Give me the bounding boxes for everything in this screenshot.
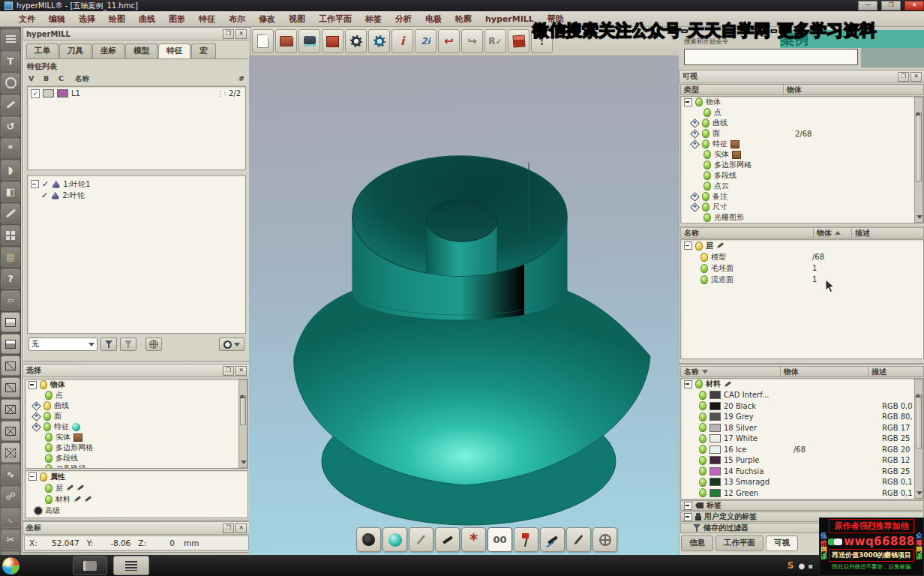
sort-arrow-icon[interactable]: [835, 231, 841, 235]
tab-macros[interactable]: 宏: [191, 44, 216, 58]
layer-root-row[interactable]: 层: [681, 240, 923, 251]
tree-row-objects[interactable]: 物体: [26, 380, 248, 390]
menu-tags[interactable]: 标签: [358, 12, 388, 26]
view-cube-wire-icon[interactable]: [1, 421, 20, 441]
float-panel-icon[interactable]: ❐: [223, 524, 234, 533]
new-document-icon[interactable]: [252, 29, 274, 53]
z-value[interactable]: 0: [149, 538, 175, 548]
feature-checkbox[interactable]: [31, 89, 40, 98]
tab-models[interactable]: 模型: [125, 44, 158, 58]
toggle-diamond-icon[interactable]: [32, 422, 41, 432]
menu-electrode[interactable]: 电极: [418, 12, 448, 26]
tab-info[interactable]: 信息: [681, 536, 713, 551]
toggle-diamond-icon[interactable]: [690, 202, 700, 212]
layer-row[interactable]: 模型/68: [681, 251, 923, 262]
vis-row[interactable]: 物体: [681, 97, 923, 107]
material-row[interactable]: 16 Ice/68RGB 20: [681, 444, 923, 455]
zero-zero-button[interactable]: 00: [488, 527, 512, 552]
col-object[interactable]: 物体: [817, 228, 832, 238]
menu-profile[interactable]: 轮廓: [448, 12, 478, 26]
tab-workplane[interactable]: 工作平面: [716, 536, 764, 551]
col-type[interactable]: 类型: [681, 85, 780, 95]
ink-brush-icon[interactable]: [435, 527, 460, 552]
tab-features[interactable]: 特征: [158, 44, 190, 58]
flag-icon[interactable]: [514, 527, 538, 552]
undo-arrow-icon[interactable]: ↺: [1, 116, 20, 136]
scrollbar[interactable]: [914, 97, 923, 223]
tree-row-attributes[interactable]: 属性: [26, 471, 248, 482]
open-file-icon[interactable]: [275, 29, 297, 53]
view-cube-front-icon[interactable]: [1, 356, 20, 376]
restore-button[interactable]: ❐: [881, 1, 901, 10]
tree-row[interactable]: 实体: [26, 432, 248, 442]
windows-start-button[interactable]: [2, 556, 20, 575]
tray-dot-icon[interactable]: ●: [798, 562, 805, 570]
float-panel-icon[interactable]: ❐: [898, 72, 909, 82]
redo-icon[interactable]: ↪: [461, 29, 483, 53]
point-star-icon[interactable]: *: [461, 527, 486, 552]
menu-modify[interactable]: 修改: [252, 12, 282, 26]
import-icon[interactable]: [322, 29, 344, 53]
float-panel-icon[interactable]: ❐: [223, 366, 234, 376]
expander-icon[interactable]: [31, 180, 39, 188]
vis-row[interactable]: 多边形网格: [681, 160, 923, 170]
col-desc[interactable]: 描述: [872, 367, 886, 377]
scrollbar[interactable]: [238, 380, 248, 468]
sketch-pencil-icon[interactable]: [409, 527, 434, 552]
vis-row[interactable]: 光栅图形: [681, 212, 923, 223]
toggle-diamond-icon[interactable]: [32, 412, 41, 422]
tree-row[interactable]: 多边形网格: [26, 442, 248, 453]
save-icon[interactable]: [298, 29, 320, 53]
vis-row[interactable]: 多段线: [681, 170, 923, 181]
menu-feature[interactable]: 特征: [192, 12, 222, 26]
vis-row[interactable]: 特征: [681, 139, 923, 149]
layer-row[interactable]: 毛坯面1: [681, 262, 923, 274]
close-panel-icon[interactable]: ✕: [236, 29, 247, 39]
x-value[interactable]: 52.047: [40, 538, 80, 548]
col-c[interactable]: C: [58, 74, 75, 84]
col-desc[interactable]: 描述: [855, 228, 870, 238]
col-object[interactable]: 物体: [784, 367, 799, 377]
machine-gear-icon[interactable]: [368, 29, 390, 53]
tree-row[interactable]: 曲线: [26, 400, 248, 411]
taskbar-active-app-button[interactable]: [113, 556, 149, 575]
menu-analysis[interactable]: 分析: [388, 12, 418, 26]
info-2i-icon[interactable]: 2i: [415, 29, 436, 53]
tree-row-advanced[interactable]: 高级: [26, 505, 248, 516]
col-name[interactable]: 名称: [75, 74, 238, 84]
wrench-icon[interactable]: [1, 203, 20, 224]
close-panel-icon[interactable]: ✕: [910, 72, 922, 82]
menu-hypermill[interactable]: hyperMILL: [478, 13, 541, 26]
tab-tools[interactable]: 刀具: [59, 44, 92, 58]
search-input[interactable]: [684, 49, 858, 65]
float-panel-icon[interactable]: ❐: [223, 29, 234, 39]
circle-tool-icon[interactable]: ☍: [1, 486, 20, 506]
tree-row[interactable]: 多段线: [26, 453, 248, 464]
brush-icon[interactable]: [1, 94, 20, 115]
col-visible[interactable]: V: [28, 74, 44, 84]
solid-shape-icon[interactable]: ◧: [1, 182, 20, 202]
material-row[interactable]: 13 SmaragdRGB 0,1: [681, 477, 923, 488]
taskbar-recorder-button[interactable]: [73, 556, 107, 575]
settings-gear-icon[interactable]: [345, 29, 367, 53]
tab-frames[interactable]: 坐标: [92, 44, 124, 58]
star-icon[interactable]: *: [1, 138, 20, 158]
magnifier-icon[interactable]: [1, 73, 20, 93]
menu-boolean[interactable]: 布尔: [222, 12, 252, 26]
view-cube-shaded-icon[interactable]: [1, 312, 20, 332]
filter-add-button[interactable]: [100, 338, 117, 351]
material-row[interactable]: 17 WhiteRGB 25: [681, 434, 923, 445]
close-panel-icon[interactable]: ✕: [236, 524, 247, 533]
help-icon[interactable]: ?: [1, 268, 20, 289]
tree-row[interactable]: 刀具路径: [26, 464, 248, 469]
col-b[interactable]: B: [44, 74, 58, 84]
grid-icon[interactable]: [1, 225, 20, 245]
menu-edit[interactable]: 编辑: [42, 12, 72, 26]
filter-remove-button[interactable]: [120, 338, 136, 351]
vis-row[interactable]: 实体: [681, 149, 923, 160]
clipboard-icon[interactable]: T: [1, 51, 20, 71]
pen-icon[interactable]: [566, 527, 591, 552]
menu-view[interactable]: 视图: [282, 12, 312, 26]
tree-row[interactable]: 特征: [26, 422, 248, 432]
menu-file[interactable]: 文件: [12, 12, 42, 26]
